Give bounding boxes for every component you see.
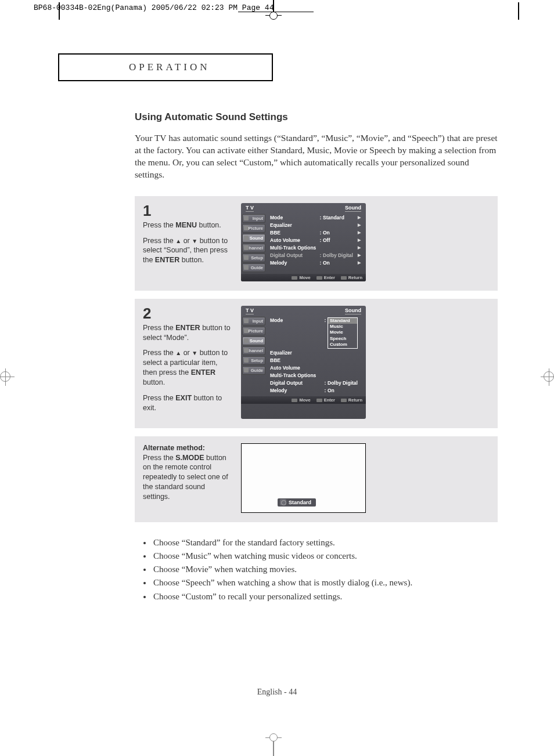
right-arrow-icon: ▶ xyxy=(358,215,362,221)
right-arrow-icon: ▶ xyxy=(358,222,362,229)
menu-icon xyxy=(244,265,249,270)
menu-icon xyxy=(244,348,249,353)
osd-footer-move: Move xyxy=(292,397,310,403)
text-bold: ENTER xyxy=(175,324,200,332)
alt-mode-box: Standard xyxy=(278,498,316,507)
osd-row: Auto Volume:Off▶ xyxy=(269,237,364,244)
osd-dropdown-item: Standard xyxy=(328,318,357,324)
osd-tv-label: T V xyxy=(246,205,254,212)
crop-mark xyxy=(518,2,519,20)
menu-icon xyxy=(244,255,249,260)
registration-icon xyxy=(0,371,10,382)
osd-footer-return: Return xyxy=(341,397,362,403)
osd-sidebar-item: Picture xyxy=(242,327,265,335)
text-bold: S.MODE xyxy=(175,454,204,462)
crop-header: BP68-00334B-02Eng(Panama) 2005/06/22 02:… xyxy=(34,3,274,12)
text-bold: ENTER xyxy=(191,368,215,377)
osd-footer-enter: Enter xyxy=(316,397,335,403)
osd-row: Mode:Standard▶ xyxy=(269,214,364,222)
right-arrow-icon: ▶ xyxy=(358,260,362,266)
osd-row: Digital Output:Dolby Digital xyxy=(269,379,364,387)
osd-dropdown-item: Movie xyxy=(328,330,357,335)
osd-row: BBE:On▶ xyxy=(269,229,364,237)
text: Press the xyxy=(143,454,175,462)
osd-row: Digital Output:Dolby Digital▶ xyxy=(269,252,364,259)
section-title: OPERATION xyxy=(58,53,273,81)
menu-icon xyxy=(244,368,249,372)
osd-sidebar-item: Guide xyxy=(242,263,265,272)
osd-sidebar-item: Guide xyxy=(242,366,265,375)
osd-row: Equalizer xyxy=(269,349,364,357)
sound-icon xyxy=(280,499,286,505)
osd-row: Multi-Track Options xyxy=(269,372,364,379)
step-2: 2 Press the ENTER button to select “Mode… xyxy=(135,299,498,428)
osd-footer-return: Return xyxy=(341,275,362,280)
right-arrow-icon: ▶ xyxy=(358,230,362,236)
page-footer: English - 44 xyxy=(0,688,554,697)
right-arrow-icon: ▶ xyxy=(358,237,362,244)
osd-sidebar-item: Sound xyxy=(242,234,265,243)
step-number: 2 xyxy=(143,306,233,321)
up-arrow-icon: ▲ xyxy=(175,238,181,244)
menu-icon xyxy=(244,338,249,343)
menu-icon xyxy=(244,216,249,220)
osd-row: Mode:StandardMusicMovieSpeechCustom xyxy=(269,317,364,349)
osd-title: Sound xyxy=(345,205,361,212)
menu-icon xyxy=(244,328,249,333)
osd-sidebar-item: Setup xyxy=(242,356,265,365)
right-arrow-icon: ▶ xyxy=(358,252,362,259)
registration-icon xyxy=(269,733,278,741)
osd-sidebar-item: Setup xyxy=(242,254,265,262)
step-1: 1 Press the MENU button. Press the ▲ or … xyxy=(135,196,498,291)
osd-sidebar-item: Channel xyxy=(242,346,265,355)
text: button. xyxy=(197,221,221,229)
osd-dropdown-item: Custom xyxy=(328,342,357,348)
text: Press the xyxy=(143,349,175,357)
alternate-method: Alternate method: Press the S.MODE butto… xyxy=(135,436,498,522)
bullet-list: Choose “Standard” for the standard facto… xyxy=(137,536,498,603)
down-arrow-icon: ▼ xyxy=(192,238,197,244)
intro-text: Your TV has automatic sound settings (“S… xyxy=(135,132,498,181)
text: Press the xyxy=(143,324,175,332)
crop-mark xyxy=(59,2,60,20)
menu-icon xyxy=(244,236,249,240)
bullet-item: Choose “Custom” to recall your personali… xyxy=(152,590,498,603)
osd-screenshot-2: T V Sound InputPictureSoundChannelSetupG… xyxy=(241,306,366,419)
osd-dropdown: StandardMusicMovieSpeechCustom xyxy=(328,317,358,349)
bullet-item: Choose “Music” when watching music video… xyxy=(152,549,498,563)
text: or xyxy=(181,237,192,245)
osd-footer-enter: Enter xyxy=(316,275,335,280)
osd-row: Multi-Track Options▶ xyxy=(269,244,364,252)
osd-sidebar-item: Sound xyxy=(242,337,265,345)
menu-icon xyxy=(244,245,249,250)
osd-dropdown-item: Speech xyxy=(328,336,357,342)
right-arrow-icon: ▶ xyxy=(358,245,362,251)
up-arrow-icon: ▲ xyxy=(175,350,181,356)
text: button. xyxy=(179,256,204,264)
osd-row: BBE xyxy=(269,357,364,364)
text-bold: ENTER xyxy=(155,256,179,264)
text: button. xyxy=(143,378,165,386)
alt-mode-label: Standard xyxy=(289,500,311,505)
alt-graphic: Standard xyxy=(241,443,366,513)
menu-icon xyxy=(244,358,249,363)
osd-screenshot-1: T V Sound InputPictureSoundChannelSetupG… xyxy=(241,203,366,281)
osd-footer-move: Move xyxy=(292,275,310,280)
text: Press the xyxy=(143,237,175,245)
registration-icon xyxy=(269,12,278,20)
osd-sidebar-item: Input xyxy=(242,317,265,325)
text: Press the xyxy=(143,221,175,229)
osd-tv-label: T V xyxy=(246,308,254,314)
osd-sidebar-item: Input xyxy=(242,214,265,223)
text-bold: MENU xyxy=(175,221,197,229)
bullet-item: Choose “Standard” for the standard facto… xyxy=(152,536,498,549)
menu-icon xyxy=(244,226,249,230)
bullet-item: Choose “Movie” when watching movies. xyxy=(152,563,498,576)
page-heading: Using Automatic Sound Settings xyxy=(135,111,498,123)
osd-row: Melody:On▶ xyxy=(269,259,364,267)
text: or xyxy=(181,349,192,357)
step-number: 1 xyxy=(143,203,233,218)
menu-icon xyxy=(244,319,249,323)
osd-dropdown-item: Music xyxy=(328,324,357,330)
registration-icon xyxy=(544,371,554,382)
